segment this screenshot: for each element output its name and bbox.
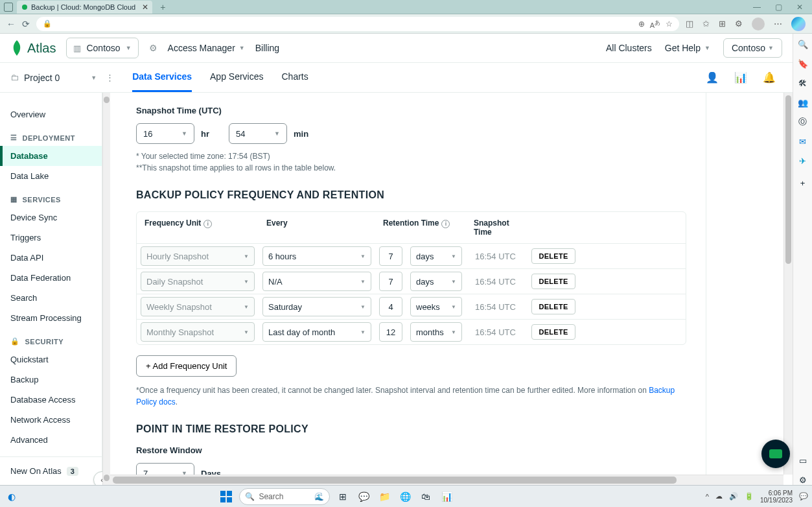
collections-icon[interactable]: ⊞ — [719, 19, 726, 29]
every-select[interactable]: N/A▼ — [262, 272, 371, 291]
every-select[interactable]: Last day of month▼ — [262, 322, 371, 342]
org-settings-icon[interactable]: ⚙ — [149, 43, 157, 53]
tray-notifications-icon[interactable]: 💬 — [799, 492, 808, 501]
tabs-icon[interactable] — [4, 3, 13, 12]
main-vertical-scrollbar[interactable] — [783, 93, 793, 475]
retention-unit-select[interactable]: days▼ — [410, 246, 462, 266]
billing-link[interactable]: Billing — [255, 43, 279, 53]
edge-icon[interactable]: 🌐 — [397, 489, 413, 504]
menu-icon[interactable]: ⋯ — [774, 19, 782, 29]
sidebar-network-access[interactable]: Network Access — [0, 410, 102, 430]
explorer-icon[interactable]: 📁 — [377, 489, 392, 504]
freq-unit-select[interactable]: Daily Snapshot▼ — [141, 272, 255, 291]
rail-search-icon[interactable]: 🔍 — [798, 39, 808, 49]
delete-row-button[interactable]: DELETE — [531, 299, 575, 314]
favorite-icon[interactable]: ☆ — [666, 19, 673, 29]
sidebar-scrollbar[interactable] — [102, 93, 110, 485]
sidebar-overview[interactable]: Overview — [0, 104, 102, 124]
every-select[interactable]: Saturday▼ — [262, 297, 371, 316]
info-icon[interactable]: i — [441, 220, 450, 228]
rail-add-icon[interactable]: + — [798, 178, 808, 188]
rail-send-icon[interactable]: ✈ — [798, 156, 808, 166]
store-icon[interactable]: 🛍 — [418, 489, 434, 504]
every-select[interactable]: 6 hours▼ — [262, 246, 371, 266]
retention-unit-select[interactable]: weeks▼ — [410, 297, 462, 316]
sidebar-advanced[interactable]: Advanced — [0, 430, 102, 450]
rail-365-icon[interactable]: Ⓞ — [798, 117, 808, 127]
taskbar-search[interactable]: 🔍Search🌊 — [239, 488, 330, 505]
notifications-icon[interactable]: 🔔 — [763, 71, 776, 84]
freq-unit-select[interactable]: Weekly Snapshot▼ — [141, 297, 255, 316]
main-horizontal-scrollbar[interactable] — [110, 475, 783, 485]
chat-fab[interactable] — [761, 440, 790, 468]
rail-tools-icon[interactable]: 🛠 — [798, 78, 808, 88]
access-manager-link[interactable]: Access Manager ▼ — [168, 43, 245, 53]
retention-unit-select[interactable]: months▼ — [410, 322, 462, 342]
rail-shopping-icon[interactable]: 🔖 — [798, 58, 808, 69]
info-icon[interactable]: i — [203, 220, 212, 228]
sidebar-new-on-atlas[interactable]: New On Atlas 3 ‹ — [0, 456, 102, 485]
sidebar-data-federation[interactable]: Data Federation — [0, 268, 102, 288]
rail-outlook-icon[interactable]: ✉ — [798, 136, 808, 147]
snapshot-hour-select[interactable]: 16▼ — [136, 123, 194, 144]
retention-value[interactable]: 7 — [379, 246, 402, 266]
sidebar-backup[interactable]: Backup — [0, 370, 102, 390]
tab-charts[interactable]: Charts — [282, 63, 308, 92]
sidebar-data-lake[interactable]: Data Lake — [0, 166, 102, 186]
widgets-icon[interactable]: ◐ — [4, 489, 19, 504]
copilot-icon[interactable] — [791, 17, 806, 31]
start-icon[interactable] — [218, 489, 234, 504]
snapshot-min-select[interactable]: 54▼ — [229, 123, 287, 144]
invite-icon[interactable]: 👤 — [706, 71, 719, 84]
tab-data-services[interactable]: Data Services — [132, 63, 192, 92]
zoom-icon[interactable]: ⊕ — [638, 19, 645, 29]
project-selector[interactable]: 🗀 Project 0 ▼ — [10, 73, 97, 83]
taskbar-clock[interactable]: 6:06 PM 10/19/2023 — [760, 489, 793, 504]
window-close[interactable]: ✕ — [796, 3, 803, 12]
activity-icon[interactable]: 📊 — [734, 71, 747, 84]
tray-cloud-icon[interactable]: ☁ — [715, 492, 723, 501]
tray-battery-icon[interactable]: 🔋 — [745, 492, 754, 501]
tray-chevron-icon[interactable]: ^ — [706, 493, 709, 501]
org-selector[interactable]: ▥ Contoso ▼ — [66, 38, 138, 58]
split-icon[interactable]: ◫ — [686, 19, 693, 29]
window-minimize[interactable]: — — [753, 3, 761, 12]
retention-unit-select[interactable]: days▼ — [410, 272, 462, 291]
tab-app-services[interactable]: App Services — [210, 63, 263, 92]
extensions-icon[interactable]: ⚙ — [735, 19, 743, 29]
retention-value[interactable]: 12 — [379, 322, 402, 342]
profile-avatar[interactable] — [752, 18, 765, 30]
sidebar-data-api[interactable]: Data API — [0, 248, 102, 268]
retention-value[interactable]: 7 — [379, 272, 402, 291]
font-icon[interactable]: Aあ — [650, 19, 660, 29]
nav-back-icon[interactable]: ← — [6, 19, 16, 29]
taskview-icon[interactable]: ⊞ — [335, 489, 351, 504]
sidebar-quickstart[interactable]: Quickstart — [0, 349, 102, 370]
tab-close-icon[interactable]: ✕ — [142, 3, 148, 12]
url-bar[interactable]: 🔒 ⊕ Aあ ☆ — [36, 17, 679, 31]
freq-unit-select[interactable]: Monthly Snapshot▼ — [141, 322, 255, 342]
teams-icon[interactable]: 💬 — [356, 489, 371, 504]
new-tab-button[interactable]: + — [160, 2, 165, 12]
sidebar-stream-processing[interactable]: Stream Processing — [0, 308, 102, 328]
sidebar-search[interactable]: Search — [0, 288, 102, 308]
user-menu-button[interactable]: Contoso▼ — [723, 38, 782, 58]
atlas-logo[interactable]: Atlas — [10, 40, 56, 56]
rail-settings-icon[interactable]: ⚙ — [798, 475, 808, 485]
browser-tab[interactable]: Backup | Cloud: MongoDB Cloud ✕ — [17, 1, 152, 14]
app-icon[interactable]: 📊 — [439, 489, 454, 504]
sidebar-triggers[interactable]: Triggers — [0, 228, 102, 248]
add-frequency-button[interactable]: + Add Frequency Unit — [136, 355, 237, 377]
tray-volume-icon[interactable]: 🔊 — [729, 492, 738, 501]
nav-refresh-icon[interactable]: ⟳ — [22, 19, 30, 29]
retention-value[interactable]: 4 — [379, 297, 402, 316]
sidebar-database-access[interactable]: Database Access — [0, 390, 102, 410]
project-menu-icon[interactable]: ⋮ — [106, 73, 114, 82]
delete-row-button[interactable]: DELETE — [531, 274, 575, 289]
delete-row-button[interactable]: DELETE — [531, 324, 575, 340]
get-help-link[interactable]: Get Help▼ — [665, 43, 710, 53]
all-clusters-link[interactable]: All Clusters — [606, 43, 652, 53]
sidebar-device-sync[interactable]: Device Sync — [0, 207, 102, 228]
freq-unit-select[interactable]: Hourly Snapshot▼ — [141, 246, 255, 266]
rail-panel-icon[interactable]: ▭ — [798, 455, 808, 466]
